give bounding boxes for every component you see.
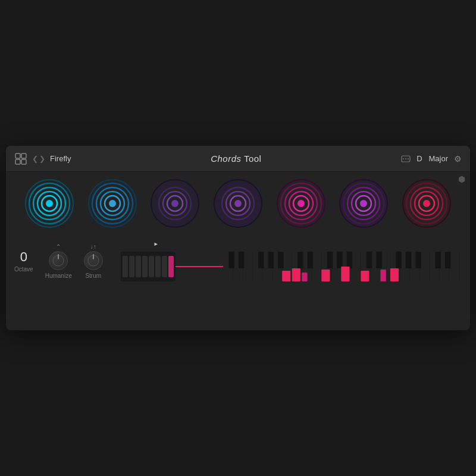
octave-value: 0 <box>20 250 27 264</box>
strum-knob[interactable] <box>84 251 103 270</box>
svg-rect-97 <box>292 268 300 281</box>
plugin-title-chords: Chords <box>211 154 241 164</box>
pattern-block <box>162 256 167 277</box>
header-right: D Major ⚙ <box>401 154 462 164</box>
header-left: ❮ ❯ Firefly <box>14 152 71 165</box>
header-center: Chords Tool <box>71 154 401 164</box>
svg-rect-102 <box>302 273 307 281</box>
svg-point-19 <box>109 200 116 207</box>
chord-circle-3[interactable] <box>148 177 202 230</box>
svg-rect-88 <box>346 252 352 268</box>
pattern-block <box>142 256 148 277</box>
svg-point-7 <box>408 158 409 159</box>
chord-circle-4[interactable] <box>211 177 265 230</box>
svg-rect-83 <box>278 252 283 268</box>
pattern-block <box>129 256 134 277</box>
logo-icon <box>14 152 27 165</box>
chord-circle-7[interactable] <box>400 177 453 230</box>
svg-rect-93 <box>415 252 421 268</box>
piano-roll-area: ► <box>121 241 462 281</box>
svg-rect-91 <box>396 252 401 268</box>
pattern-block <box>155 256 161 277</box>
pattern-block-active <box>168 256 174 277</box>
header-bar: ❮ ❯ Firefly Chords Tool D Major <box>6 146 470 172</box>
pattern-block <box>123 256 128 277</box>
humanize-knob[interactable] <box>49 251 68 270</box>
nav-forward[interactable]: ❯ <box>39 155 45 163</box>
svg-rect-1 <box>21 154 26 158</box>
svg-rect-99 <box>341 267 349 281</box>
svg-rect-2 <box>15 159 20 164</box>
svg-point-37 <box>298 200 305 207</box>
plugin-title: Chords Tool <box>211 154 261 164</box>
nav-arrows[interactable]: ❮ ❯ <box>32 155 45 163</box>
svg-point-25 <box>171 200 178 207</box>
svg-rect-85 <box>307 252 312 268</box>
svg-rect-89 <box>366 252 371 268</box>
strum-arrows-icon: ↓↑ <box>90 243 96 250</box>
chevron-up-icon: ⌃ <box>56 244 61 250</box>
plugin-title-tool: Tool <box>242 154 262 164</box>
strum-label: Strum <box>85 273 101 279</box>
plugin-window: ❮ ❯ Firefly Chords Tool D Major <box>6 146 470 330</box>
svg-rect-95 <box>445 252 450 268</box>
nav-back[interactable]: ❮ <box>32 155 38 163</box>
svg-point-6 <box>405 158 406 159</box>
pattern-block <box>136 256 141 277</box>
move-icon[interactable]: ⬢ <box>458 174 465 184</box>
circles-row: ⬢ <box>6 172 470 237</box>
svg-rect-80 <box>239 252 244 268</box>
strum-control: ↓↑ Strum <box>84 243 103 279</box>
settings-icon[interactable]: ⚙ <box>454 154 462 164</box>
svg-point-31 <box>234 200 242 207</box>
svg-rect-81 <box>258 252 264 268</box>
svg-point-50 <box>53 255 64 266</box>
bottom-bar: 0 Octave ⌃ Humanize ↓↑ Strum <box>6 237 470 287</box>
svg-rect-101 <box>390 268 399 281</box>
svg-rect-96 <box>282 271 290 281</box>
key-display: D Major <box>416 154 448 163</box>
svg-rect-84 <box>298 252 303 268</box>
svg-rect-0 <box>15 154 20 158</box>
svg-rect-100 <box>361 271 369 281</box>
svg-rect-98 <box>321 270 330 281</box>
svg-rect-103 <box>380 270 386 281</box>
svg-rect-92 <box>406 252 411 268</box>
preset-name[interactable]: Firefly <box>50 154 71 163</box>
humanize-label: Humanize <box>45 273 72 279</box>
chord-circle-6[interactable] <box>337 177 390 230</box>
svg-point-49 <box>423 200 430 207</box>
chord-circle-2[interactable] <box>86 177 139 230</box>
svg-rect-90 <box>376 252 381 268</box>
key-scale: Major <box>428 154 448 163</box>
playhead-connector <box>176 266 223 267</box>
svg-rect-94 <box>435 252 440 268</box>
key-note: D <box>416 154 422 163</box>
svg-rect-87 <box>337 252 342 268</box>
svg-rect-79 <box>228 252 234 268</box>
svg-point-52 <box>88 255 99 266</box>
svg-rect-3 <box>21 159 26 164</box>
humanize-control: ⌃ Humanize <box>45 244 72 279</box>
octave-label: Octave <box>14 266 33 273</box>
svg-point-13 <box>46 200 53 207</box>
chord-circle-1[interactable] <box>23 177 76 230</box>
pattern-block <box>149 256 154 277</box>
svg-point-5 <box>403 158 404 159</box>
pattern-blocks <box>121 252 176 281</box>
mini-keyboard: keys <box>223 252 462 281</box>
svg-rect-86 <box>327 252 332 268</box>
midi-icon <box>401 155 411 162</box>
play-button[interactable]: ► <box>154 241 159 247</box>
chord-circle-5[interactable] <box>274 177 328 230</box>
octave-control: 0 Octave <box>14 250 33 273</box>
svg-point-43 <box>360 200 367 207</box>
svg-rect-82 <box>268 252 273 268</box>
